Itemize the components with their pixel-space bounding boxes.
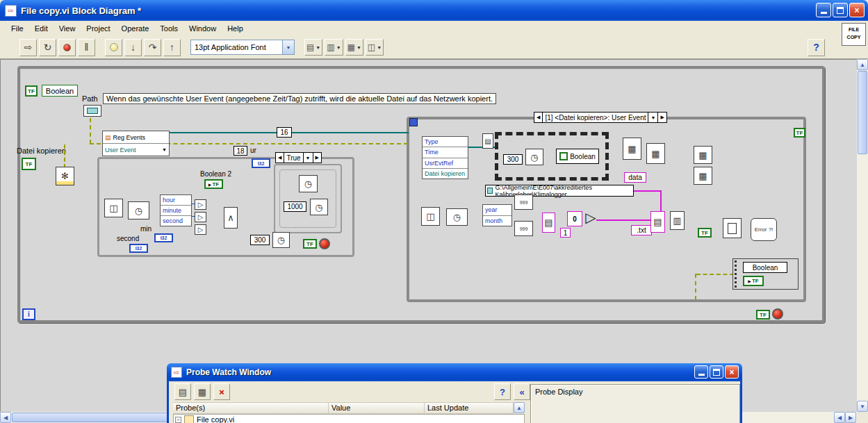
- const-16[interactable]: 16: [277, 127, 292, 138]
- concatenate-strings-node-1[interactable]: ▤: [542, 213, 555, 233]
- loop-condition-terminal[interactable]: TF: [756, 310, 770, 320]
- case-selector[interactable]: ◀ True ▼ ▶: [275, 152, 322, 163]
- maximize-button[interactable]: [833, 3, 848, 17]
- reg-events-dropdown-icon[interactable]: ▼: [162, 147, 167, 152]
- time-bundle-node[interactable]: hour minute second: [160, 194, 192, 226]
- compound-and-node[interactable]: ∧: [224, 207, 238, 229]
- column-header-probes[interactable]: Probe(s): [173, 402, 329, 414]
- context-help-button[interactable]: ?: [808, 39, 825, 56]
- scroll-left-button-2[interactable]: ◀: [834, 412, 845, 423]
- tree-expander-icon[interactable]: −: [175, 417, 181, 423]
- iteration-terminal[interactable]: i: [22, 308, 35, 320]
- probe-list-scroll-up[interactable]: ▲: [514, 402, 525, 413]
- simple-error-handler-node[interactable]: Error ?!: [751, 218, 777, 241]
- menu-help[interactable]: Help: [222, 22, 249, 35]
- case-dropdown-icon[interactable]: ▼: [303, 153, 313, 163]
- event-stop-pass-terminal[interactable]: TF: [794, 128, 805, 138]
- case-prev-icon[interactable]: ◀: [276, 153, 284, 163]
- probe-close-button[interactable]: ×: [725, 365, 739, 379]
- scroll-right-button[interactable]: ▶: [845, 412, 856, 423]
- build-path-node[interactable]: ▥: [670, 211, 685, 230]
- wait-node-sequence[interactable]: ◷: [525, 149, 543, 165]
- menu-file[interactable]: File: [6, 22, 29, 35]
- resize-objects-dropdown[interactable]: ▦▼: [345, 39, 363, 56]
- get-datetime-node[interactable]: ◫: [104, 199, 123, 217]
- reorder-dropdown[interactable]: ◫▼: [366, 39, 384, 56]
- event-prev-icon[interactable]: ◀: [534, 113, 542, 122]
- wait-node-inner[interactable]: ◷: [310, 199, 328, 215]
- run-continuous-button[interactable]: ↻: [39, 39, 56, 56]
- get-datetime-node-2[interactable]: ◫: [421, 207, 440, 226]
- column-header-last-update[interactable]: Last Update: [425, 402, 514, 414]
- probe-watch-window[interactable]: ⇨ Probe Watch Window × ▤ ▦ × ? « Probe(s…: [167, 363, 742, 423]
- copy-file-node[interactable]: [723, 218, 742, 238]
- network-path-constant[interactable]: G:\Allgemein\E\E007\akkreditiertes Kalib…: [485, 185, 634, 197]
- probe-list[interactable]: − File copy.vi: [173, 414, 525, 423]
- case-stop-button[interactable]: [319, 238, 330, 249]
- boolean-indicator-terminal[interactable]: ▶TF: [743, 276, 764, 286]
- horizontal-scroll-thumb[interactable]: [12, 413, 193, 422]
- probe-minimize-button[interactable]: [694, 365, 708, 379]
- step-over-button[interactable]: ↷: [144, 39, 161, 56]
- scroll-down-button[interactable]: ▼: [857, 401, 868, 412]
- const-18[interactable]: 18: [234, 146, 247, 156]
- window-titlebar[interactable]: ⇨ File copy.vi Block Diagram * ×: [0, 0, 868, 21]
- wait-ms-node[interactable]: ◷: [299, 175, 318, 192]
- const-300-case[interactable]: 300: [250, 235, 270, 245]
- array-node-4[interactable]: ▦: [694, 167, 712, 185]
- probe-window-titlebar[interactable]: ⇨ Probe Watch Window ×: [167, 363, 742, 381]
- scroll-left-button[interactable]: ◀: [0, 412, 11, 423]
- boolean-terminal-icon[interactable]: TF: [25, 85, 38, 97]
- probe-maximize-button[interactable]: [710, 365, 723, 379]
- const-1000[interactable]: 1000: [284, 201, 306, 212]
- menu-project[interactable]: Project: [81, 22, 115, 35]
- data-string-constant[interactable]: data: [624, 172, 646, 183]
- case-stop-terminal[interactable]: TF: [303, 239, 317, 249]
- minimize-button[interactable]: [816, 3, 831, 17]
- txt-constant[interactable]: .txt: [631, 225, 652, 235]
- equal-node-3[interactable]: ▷: [195, 224, 206, 235]
- distribute-objects-dropdown[interactable]: ▥▼: [325, 39, 343, 56]
- scroll-up-button[interactable]: ▲: [857, 59, 868, 70]
- format-number-node-2[interactable]: 999: [514, 221, 533, 236]
- concatenate-strings-node-2[interactable]: ▤: [650, 211, 665, 233]
- menu-operate[interactable]: Operate: [116, 22, 155, 35]
- column-header-value[interactable]: Value: [329, 402, 425, 414]
- step-into-button[interactable]: ↓: [124, 39, 142, 56]
- overwrite-terminal[interactable]: TF: [698, 228, 712, 238]
- highlight-execution-button[interactable]: [105, 39, 122, 56]
- subvi-icon[interactable]: ✻: [56, 167, 74, 185]
- add-probe-button[interactable]: ▦: [194, 383, 211, 400]
- vertical-scrollbar[interactable]: ▲ ▼: [857, 59, 868, 412]
- menu-window[interactable]: Window: [183, 22, 222, 35]
- i32-terminal-min[interactable]: I32: [154, 233, 173, 242]
- select-const-1[interactable]: 1: [560, 228, 571, 238]
- step-out-button[interactable]: ↑: [163, 39, 181, 56]
- datetime-to-record-node[interactable]: ◷: [128, 201, 149, 219]
- boolean-constant[interactable]: Boolean: [556, 149, 599, 164]
- i32-terminal-top[interactable]: I32: [252, 158, 270, 168]
- event-next-icon[interactable]: ▶: [657, 113, 666, 122]
- abort-button[interactable]: [58, 39, 76, 56]
- datei-kopieren-terminal[interactable]: TF: [22, 158, 36, 170]
- probe-collapse-button[interactable]: «: [514, 383, 530, 400]
- pause-button[interactable]: ‖: [78, 39, 95, 56]
- select-const-0[interactable]: 0: [567, 211, 582, 226]
- build-array-node-2[interactable]: ▦: [646, 143, 665, 164]
- probe-help-button[interactable]: ?: [494, 383, 511, 400]
- format-number-node-1[interactable]: 999: [514, 194, 533, 210]
- boolean-indicator-group[interactable]: Boolean ▶TF: [732, 258, 799, 290]
- menu-tools[interactable]: Tools: [154, 22, 183, 35]
- new-probe-button[interactable]: ▤: [174, 383, 191, 400]
- datetime-to-record-node-2[interactable]: ◷: [446, 208, 468, 226]
- menu-edit[interactable]: Edit: [29, 22, 54, 35]
- menu-view[interactable]: View: [54, 22, 81, 35]
- array-node-3[interactable]: ▦: [694, 146, 712, 164]
- select-node[interactable]: ▷: [584, 208, 598, 226]
- build-array-node-1[interactable]: ▦: [623, 138, 641, 160]
- font-selector-dropdown-icon[interactable]: ▼: [282, 40, 294, 54]
- equal-node-2[interactable]: ▷: [195, 212, 206, 222]
- register-events-node[interactable]: ▤Reg Events User Event▼: [102, 131, 170, 156]
- boolean2-terminal[interactable]: ▶TF: [204, 179, 223, 189]
- event-dropdown-icon[interactable]: ▼: [648, 113, 657, 122]
